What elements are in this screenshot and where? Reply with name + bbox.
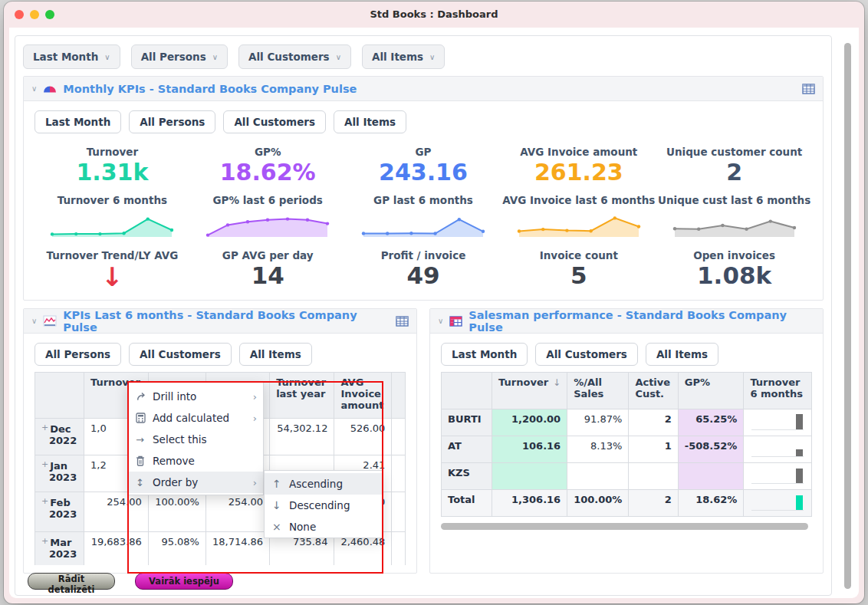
panel-filter-customers[interactable]: All Customers [535, 343, 638, 366]
cell-turnover[interactable] [492, 463, 567, 490]
panel-filter-period[interactable]: Last Month [35, 110, 121, 133]
cell-turnover[interactable]: 106.16 [492, 436, 567, 463]
expand-plus-icon[interactable]: + [41, 459, 48, 469]
cell[interactable]: 95.08% [148, 532, 205, 566]
cell-pct-all-sales[interactable]: 91.87% [567, 409, 629, 436]
panel-filter-customers[interactable]: All Customers [223, 110, 326, 133]
row-header-month[interactable]: +Dec2022 [35, 419, 84, 455]
column-header[interactable]: Active Cust. [629, 373, 678, 409]
column-header[interactable]: Turnover last year [270, 373, 334, 419]
cell[interactable]: 19,683.86 [84, 532, 149, 566]
cell-turnover[interactable]: 1,200.00 [492, 409, 567, 436]
filter-dropdown-period[interactable]: Last Month ∨ [23, 44, 120, 69]
panel-filter-persons[interactable]: All Persons [35, 343, 121, 366]
cell-pct-all-sales[interactable] [567, 463, 629, 490]
horizontal-scrollbar[interactable] [441, 523, 812, 530]
table-view-icon[interactable] [396, 316, 409, 327]
cell[interactable]: 254.00 [84, 492, 149, 532]
row-header-month[interactable]: +Jan2023 [35, 455, 84, 492]
cell-gp-pct[interactable]: 18.62% [678, 490, 744, 517]
cell-pct-all-sales[interactable]: 8.13% [567, 436, 629, 463]
cell[interactable]: 100.00% [148, 492, 205, 532]
cell[interactable]: 254.00 [205, 492, 269, 532]
column-header[interactable]: %/All Sales [567, 373, 629, 409]
cell[interactable] [392, 455, 406, 492]
collapse-chevron-icon[interactable]: ∨ [31, 317, 37, 325]
table-row-total: Total 1,306.16 100.00% 2 18.62% [442, 490, 812, 517]
submenu-item-descending[interactable]: ↓ Descending [265, 495, 382, 516]
cell-active-cust[interactable]: 2 [629, 409, 678, 436]
column-header-turnover[interactable]: Turnover↓ [492, 373, 567, 409]
kpi-label: GP last 6 months [346, 186, 501, 206]
filter-dropdown-customers[interactable]: All Customers ∨ [238, 44, 351, 69]
column-header[interactable]: Turnover 6 months [744, 373, 812, 409]
cell[interactable] [392, 492, 406, 532]
filter-dropdown-persons[interactable]: All Persons ∨ [131, 44, 228, 69]
chevron-down-icon: ∨ [212, 53, 218, 61]
cell-active-cust[interactable]: 1 [629, 436, 678, 463]
column-header[interactable] [392, 373, 406, 419]
cell-gp-pct[interactable]: -508.52% [678, 436, 744, 463]
cell-turnover-6m-chart[interactable] [744, 409, 812, 436]
menu-item-select-this[interactable]: → Select this [128, 429, 263, 450]
show-detailed-button[interactable]: Rādīt detalizēti [28, 573, 115, 590]
menu-item-add-calculated[interactable]: Add calculated › [128, 407, 263, 429]
cell-turnover-6m-chart[interactable] [744, 490, 812, 517]
screen: Std Books : Dashboard Last Month ∨ All P… [0, 0, 868, 605]
panel-filters: Last Month All Customers All Items [441, 343, 812, 366]
cell-active-cust[interactable]: 2 [629, 490, 678, 517]
window-content: Last Month ∨ All Persons ∨ All Customers… [9, 28, 859, 598]
cell-active-cust[interactable] [629, 463, 678, 490]
cell-gp-pct[interactable]: 65.25% [678, 409, 744, 436]
cell[interactable]: 18,714.86 [205, 532, 269, 566]
menu-item-drill-into[interactable]: Drill into › [128, 386, 263, 407]
cell[interactable] [392, 532, 406, 566]
arrow-down-icon: ↓ [272, 499, 289, 511]
table-view-icon[interactable] [802, 84, 815, 94]
row-header-month[interactable]: +Feb2023 [35, 492, 84, 532]
submenu-item-none[interactable]: × None [265, 516, 382, 538]
cell-pct-all-sales[interactable]: 100.00% [567, 490, 629, 517]
cell-gp-pct[interactable] [678, 463, 744, 490]
sort-updown-icon: ↕ [136, 477, 153, 488]
kpi-value: 49 [346, 261, 501, 293]
cell-turnover-6m-chart[interactable] [744, 463, 812, 490]
collapse-chevron-icon[interactable]: ∨ [31, 84, 37, 93]
menu-item-remove[interactable]: Remove [128, 450, 263, 472]
collapse-chevron-icon[interactable]: ∨ [438, 317, 443, 325]
cell[interactable] [392, 419, 406, 455]
column-header[interactable] [35, 373, 84, 419]
cell[interactable]: 526.00 [334, 419, 392, 455]
more-options-button[interactable]: Vairāk iespēju [135, 573, 233, 590]
x-icon: × [272, 521, 289, 533]
scrollbar-thumb[interactable] [844, 43, 851, 589]
kpi-label: Invoice count [501, 242, 656, 261]
expand-plus-icon[interactable]: + [41, 536, 48, 546]
panel-filter-items[interactable]: All Items [646, 343, 718, 366]
column-header[interactable]: AVG Invoice amount [334, 373, 392, 419]
cell-turnover[interactable]: 1,306.16 [492, 490, 567, 517]
filter-dropdown-items[interactable]: All Items ∨ [362, 44, 445, 69]
cell[interactable]: 54,302.12 [270, 419, 334, 455]
row-header-total[interactable]: Total [442, 490, 492, 517]
kpi-value: 1.08k [656, 261, 812, 293]
row-header-salesman[interactable]: KZS [442, 463, 492, 490]
kpi-label: GP [346, 138, 501, 158]
panel-filter-items[interactable]: All Items [239, 343, 312, 366]
vertical-scrollbar[interactable] [843, 37, 853, 594]
row-header-salesman[interactable]: AT [442, 436, 492, 463]
order-by-submenu: ↑ Ascending ↓ Descending × None [264, 470, 383, 538]
panel-filter-customers[interactable]: All Customers [129, 343, 232, 366]
expand-plus-icon[interactable]: + [41, 496, 48, 506]
column-header[interactable] [442, 373, 492, 409]
panel-filter-persons[interactable]: All Persons [129, 110, 215, 133]
menu-item-order-by[interactable]: ↕ Order by › [128, 472, 263, 493]
cell-turnover-6m-chart[interactable] [744, 436, 812, 463]
row-header-month[interactable]: +Mar2023 [35, 532, 84, 566]
panel-filter-items[interactable]: All Items [334, 110, 406, 133]
expand-plus-icon[interactable]: + [41, 423, 48, 432]
row-header-salesman[interactable]: BURTI [442, 409, 492, 436]
column-header[interactable]: GP% [678, 373, 744, 409]
submenu-item-ascending[interactable]: ↑ Ascending [265, 473, 382, 495]
panel-filter-period[interactable]: Last Month [441, 343, 528, 366]
